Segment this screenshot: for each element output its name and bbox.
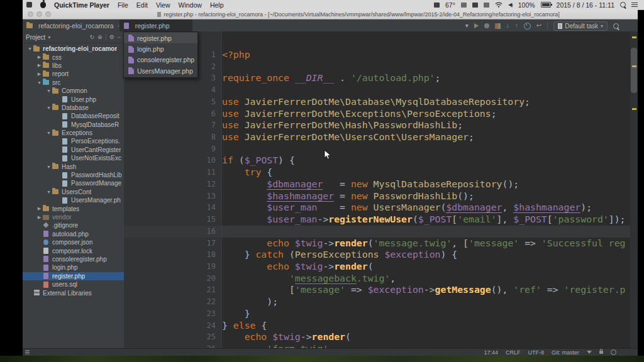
popup-item-login-php[interactable]: login.php — [124, 43, 197, 54]
rollback-icon[interactable]: ↩ — [536, 23, 541, 29]
code-line[interactable]: $hashmanager = new PasswordHashLib(); — [222, 190, 630, 202]
tree-collapsed-arrow-icon[interactable]: ▶ — [36, 215, 43, 220]
spotlight-search-icon[interactable] — [620, 2, 626, 8]
tree-row-usersmanager-ph[interactable]: UsersManager.ph — [23, 196, 124, 204]
tree-expanded-arrow-icon[interactable]: ▼ — [45, 131, 52, 135]
popup-item-consoleregister-php[interactable]: consoleregister.php — [124, 55, 197, 65]
menu-file[interactable]: File — [118, 1, 128, 9]
vcs-commit-icon[interactable]: ↑ — [515, 23, 518, 29]
debug-icon[interactable] — [484, 23, 489, 28]
tree-row-refactoring-eloi-rocamor[interactable]: ▼refactoring-eloi_rocamor — [23, 45, 124, 53]
battery-menu-icon[interactable] — [472, 3, 478, 8]
readonly-lock-icon[interactable] — [599, 351, 603, 354]
history-icon[interactable] — [524, 23, 531, 30]
recording-indicator-icon[interactable] — [26, 2, 32, 8]
tree-row-database[interactable]: ▼Database — [23, 104, 124, 112]
tree-row--gitignore[interactable]: .gitignore — [23, 221, 124, 229]
tree-row-src[interactable]: ▼src — [23, 79, 124, 87]
tree-row-usernotexistsexc[interactable]: UserNotExistsExc — [23, 154, 124, 162]
code-line[interactable]: ); — [222, 296, 630, 308]
tree-row-passwordmanage[interactable]: PasswordManage — [23, 179, 124, 187]
breadcrumb-register-php[interactable]: register.php — [119, 19, 192, 32]
code-line[interactable]: <?php — [222, 49, 630, 61]
tree-row-autoload-php[interactable]: autoload.php — [23, 230, 124, 238]
temperature-label[interactable]: 67° — [445, 1, 455, 9]
battery-icon[interactable] — [541, 2, 551, 8]
locate-icon[interactable]: ⊕ — [97, 34, 103, 40]
minimize-window-button[interactable] — [36, 11, 42, 17]
code-line[interactable]: use JavierFerrerDotMe\Database\MysqlData… — [222, 96, 630, 108]
tree-row-external-libraries[interactable]: External Libraries — [23, 288, 124, 297]
code-line[interactable]: if ($_POST) { — [222, 155, 630, 167]
project-view-caret-icon[interactable]: ▾ — [48, 35, 50, 40]
tree-collapsed-arrow-icon[interactable]: ▶ — [36, 72, 43, 77]
keyboard-status-icon[interactable] — [461, 3, 467, 8]
inspections-hector-icon[interactable] — [611, 349, 616, 355]
close-window-button[interactable] — [28, 11, 33, 17]
status-widget-17-44[interactable]: 17:44 — [484, 349, 498, 356]
popup-item-usersmanager-php[interactable]: UsersManager.php — [124, 65, 197, 76]
code-line[interactable]: echo $twig->render( — [222, 331, 630, 343]
popup-item-register-php[interactable]: register.php — [124, 33, 197, 43]
tree-row-exceptions[interactable]: ▼Exceptions — [23, 129, 124, 137]
error-stripe-mark[interactable] — [632, 36, 636, 38]
zoom-window-button[interactable] — [45, 11, 51, 17]
tree-row-composer-json[interactable]: composer.json — [23, 238, 124, 246]
status-widget-git-master[interactable]: Git: master — [552, 349, 579, 356]
code-line[interactable]: } catch (PersoExceptions $exception) { — [222, 249, 630, 261]
editor-code-area[interactable]: <?phprequire_once __DIR__ . '/autoload.p… — [222, 31, 630, 349]
tree-row-databasereposit[interactable]: DatabaseReposit — [23, 112, 124, 120]
status-widget-utf-8[interactable]: UTF-8 — [528, 349, 544, 356]
code-line[interactable]: ['message' => $exception->getMessage(), … — [222, 284, 630, 296]
error-stripe-mark[interactable] — [632, 108, 636, 110]
tree-row-consoleregister-php[interactable]: consoleregister.php — [23, 255, 124, 263]
tree-expanded-arrow-icon[interactable]: ▼ — [45, 106, 52, 110]
tree-collapsed-arrow-icon[interactable]: ▶ — [36, 63, 43, 68]
tree-row-mysqldatabaser[interactable]: MysqlDatabaseR — [23, 121, 124, 129]
highlighting-level-icon[interactable] — [587, 351, 592, 354]
tree-expanded-arrow-icon[interactable]: ▼ — [36, 80, 43, 85]
code-line[interactable]: } else { — [222, 320, 630, 332]
settings-gear-icon[interactable]: ⚙ — [109, 34, 114, 40]
default-task-button[interactable]: Default task ▾ — [553, 21, 608, 31]
tree-collapsed-arrow-icon[interactable]: ▶ — [36, 55, 43, 60]
menu-edit[interactable]: Edit — [136, 1, 148, 9]
editor-scrollbar[interactable] — [630, 31, 638, 349]
tree-row-user-php[interactable]: User.php — [23, 95, 124, 103]
code-line[interactable] — [222, 84, 630, 96]
code-editor[interactable]: 1234567891011121314151617181920212223242… — [124, 31, 638, 349]
code-line[interactable]: $user_man->registerNewUser($_POST['email… — [222, 214, 630, 226]
tree-expanded-arrow-icon[interactable]: ▼ — [45, 190, 52, 194]
tree-row-templates[interactable]: ▶templates — [23, 204, 124, 212]
run-config-caret-icon[interactable]: ▾ — [465, 23, 469, 29]
code-line[interactable]: echo $twig->render( — [222, 261, 630, 273]
breadcrumb-refactoring-eloi-rocamora[interactable]: refactoring-eloi_rocamora — [23, 19, 118, 32]
code-line[interactable]: use JavierFerrerDotMe\UsersCont\UsersMan… — [222, 131, 630, 143]
notification-center-icon[interactable] — [631, 3, 638, 8]
code-line[interactable]: $user_man = new UsersManager($dbmanager,… — [222, 202, 630, 214]
tree-row-userscont[interactable]: ▼UsersCont — [23, 188, 124, 196]
tree-row-hash[interactable]: ▼Hash — [23, 162, 124, 170]
tree-row-libs[interactable]: ▶libs — [23, 62, 124, 70]
code-line[interactable]: $dbmanager = new MysqlDatabaseRepository… — [222, 178, 630, 190]
tree-expanded-arrow-icon[interactable]: ▼ — [45, 89, 52, 93]
volume-icon[interactable]: ◀) — [508, 2, 513, 8]
coverage-icon[interactable] — [495, 23, 501, 29]
menu-view[interactable]: View — [156, 1, 170, 9]
code-line[interactable]: try { — [222, 167, 630, 178]
display-status-icon[interactable] — [434, 3, 440, 8]
tree-row-vendor[interactable]: ▶vendor — [23, 213, 124, 221]
code-line[interactable] — [222, 226, 630, 238]
tree-row-usercantregister[interactable]: UserCantRegister — [23, 146, 124, 154]
tree-row-persoexceptions-[interactable]: PersoExceptions. — [23, 137, 124, 145]
tree-row-passwordhashlib[interactable]: PasswordHashLib — [23, 171, 124, 179]
project-panel-title[interactable]: Project — [26, 34, 45, 41]
wifi-icon[interactable] — [495, 2, 502, 8]
apple-menu-icon[interactable] — [40, 2, 46, 8]
menu-help[interactable]: Help — [210, 1, 224, 9]
tree-row-common[interactable]: ▼Common — [23, 87, 124, 95]
menu-window[interactable]: Window — [179, 1, 202, 9]
tree-row-login-php[interactable]: login.php — [23, 263, 124, 272]
tree-collapsed-arrow-icon[interactable]: ▶ — [36, 206, 43, 211]
run-icon[interactable] — [474, 23, 479, 28]
